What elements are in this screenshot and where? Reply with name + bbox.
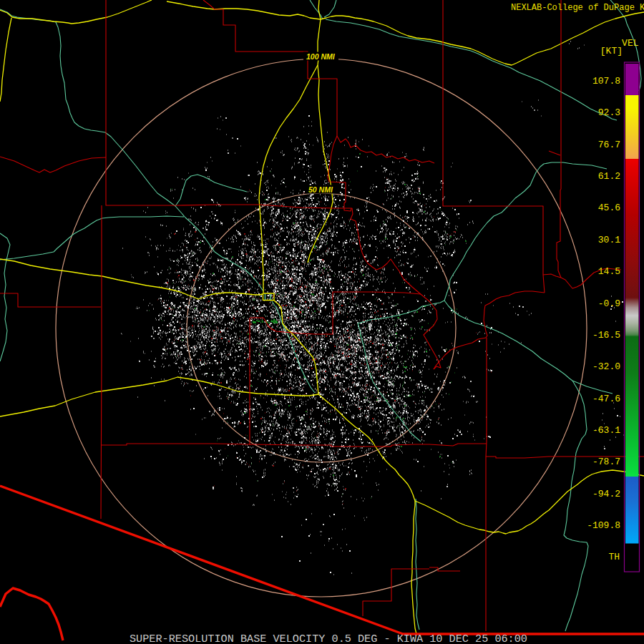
svg-text:14.5: 14.5 xyxy=(598,266,620,277)
svg-text:SUPER-RESOLUTION BASE VELOCITY: SUPER-RESOLUTION BASE VELOCITY 0.5 DEG -… xyxy=(130,633,527,644)
svg-text:-32.0: -32.0 xyxy=(592,361,620,372)
svg-text:-63.1: -63.1 xyxy=(592,425,620,436)
svg-text:76.7: 76.7 xyxy=(598,140,620,150)
svg-text:NEXLAB-College of DuPage KIWA: NEXLAB-College of DuPage KIWA xyxy=(511,3,644,13)
svg-text:-0.9: -0.9 xyxy=(598,298,620,309)
svg-text:100 NMI: 100 NMI xyxy=(306,52,336,61)
svg-text:-78.7: -78.7 xyxy=(592,457,620,467)
svg-text:-47.6: -47.6 xyxy=(592,394,620,404)
svg-text:45.6: 45.6 xyxy=(598,203,620,213)
svg-text:61.2: 61.2 xyxy=(598,171,620,182)
svg-text:VEL: VEL xyxy=(622,38,638,49)
svg-text:92.3: 92.3 xyxy=(598,107,620,118)
svg-text:-109.8: -109.8 xyxy=(587,520,620,531)
svg-text:30.1: 30.1 xyxy=(598,235,620,245)
svg-text:-16.5: -16.5 xyxy=(592,330,620,341)
svg-text:TH: TH xyxy=(608,552,620,562)
svg-text:50 NMI: 50 NMI xyxy=(308,185,333,194)
svg-text:107.8: 107.8 xyxy=(592,76,620,87)
svg-text:[KT]: [KT] xyxy=(600,46,623,57)
svg-text:-94.2: -94.2 xyxy=(592,489,620,499)
